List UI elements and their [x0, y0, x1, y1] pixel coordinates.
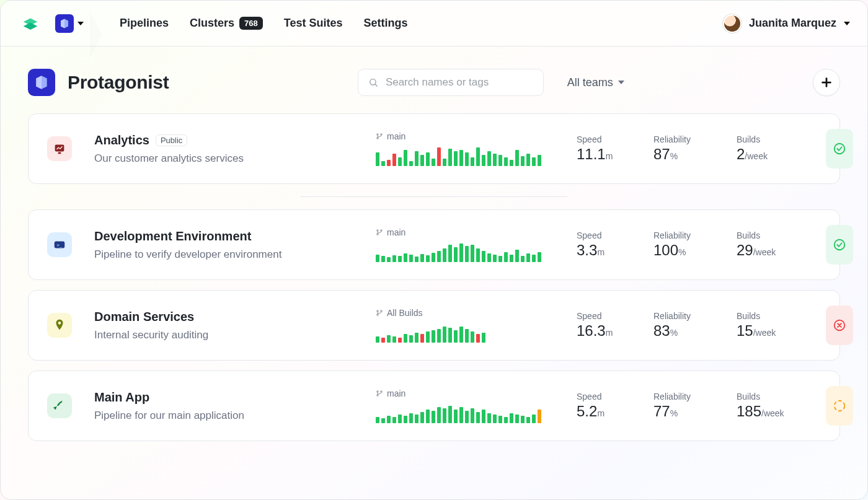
status-running-icon — [826, 386, 853, 426]
branch-icon — [376, 390, 383, 397]
top-nav: Pipelines Clusters 768 Test Suites Setti… — [1, 1, 867, 46]
chevron-down-icon — [78, 22, 84, 25]
section-divider — [301, 196, 567, 197]
pipeline-card[interactable]: AnalyticsPublicOur customer analytics se… — [28, 113, 840, 184]
svg-point-13 — [58, 322, 61, 325]
svg-point-10 — [377, 234, 379, 235]
nav-settings[interactable]: Settings — [363, 17, 407, 30]
org-logo-icon — [28, 69, 55, 96]
builds-metric: Builds29/week — [737, 230, 811, 259]
app-logo-icon[interactable] — [18, 11, 43, 36]
svg-point-21 — [381, 391, 383, 393]
chevron-down-icon — [618, 81, 624, 84]
metric-value: 185/week — [737, 403, 811, 420]
svg-point-19 — [377, 391, 379, 393]
analytics-icon — [47, 136, 72, 161]
pipeline-activity: main — [376, 388, 562, 423]
pipeline-info: Development EnvironmentPipeline to verif… — [94, 229, 361, 261]
teams-filter[interactable]: All teams — [567, 76, 624, 89]
build-sparkline — [376, 241, 562, 262]
build-sparkline — [376, 145, 562, 166]
metric-value: 11.1m — [577, 146, 639, 163]
metric-label: Speed — [577, 311, 639, 321]
teams-filter-label: All teams — [567, 76, 613, 89]
public-badge: Public — [156, 134, 187, 146]
pipelines-list: AnalyticsPublicOur customer analytics se… — [1, 113, 867, 466]
branch-label: main — [376, 131, 562, 141]
metric-value: 15/week — [737, 322, 811, 340]
add-pipeline-button[interactable] — [813, 69, 840, 96]
org-badge-icon — [55, 14, 74, 33]
pipeline-card[interactable]: Main AppPipeline for our main applicatio… — [28, 371, 840, 441]
pipeline-info: Main AppPipeline for our main applicatio… — [94, 390, 361, 422]
branch-label: main — [376, 227, 562, 237]
nav-label: Test Suites — [284, 17, 343, 30]
user-name: Juanita Marquez — [749, 17, 836, 30]
svg-point-18 — [60, 403, 61, 405]
pipeline-card[interactable]: >_Development EnvironmentPipeline to ver… — [28, 209, 840, 280]
branch-label: All Builds — [376, 308, 562, 318]
svg-point-11 — [381, 230, 383, 232]
domain-icon — [47, 313, 72, 338]
metric-value: 29/week — [737, 242, 811, 259]
metric-value: 77% — [653, 403, 722, 420]
pipeline-description: Pipeline for our main application — [94, 410, 361, 422]
nav-pipelines[interactable]: Pipelines — [120, 17, 169, 30]
speed-metric: Speed16.3m — [577, 311, 639, 340]
metric-value: 5.2m — [577, 403, 639, 420]
build-sparkline — [376, 402, 562, 423]
search-box[interactable] — [358, 69, 544, 96]
builds-metric: Builds2/week — [737, 134, 811, 163]
pipeline-activity: All Builds — [376, 308, 562, 343]
speed-metric: Speed11.1m — [577, 134, 639, 163]
pipeline-name: Development Environment — [94, 229, 251, 243]
pipeline-description: Our customer analytics services — [94, 152, 361, 165]
metric-label: Builds — [737, 134, 811, 144]
svg-point-22 — [835, 401, 845, 411]
pipeline-info: Domain ServicesInternal security auditin… — [94, 310, 361, 341]
pipeline-activity: main — [376, 227, 562, 262]
pipeline-name: Main App — [94, 390, 149, 405]
build-sparkline — [376, 322, 562, 343]
speed-metric: Speed3.3m — [577, 230, 639, 259]
branch-icon — [376, 133, 383, 140]
svg-point-16 — [381, 310, 383, 312]
pipeline-card[interactable]: Domain ServicesInternal security auditin… — [28, 290, 840, 361]
nav-label: Settings — [363, 17, 407, 30]
svg-point-14 — [377, 310, 379, 312]
page-header: Protagonist All teams — [1, 46, 867, 113]
svg-point-9 — [377, 230, 379, 232]
svg-point-20 — [377, 395, 379, 397]
branch-icon — [376, 309, 383, 317]
status-ok-icon — [826, 129, 853, 169]
chevron-down-icon — [844, 22, 850, 25]
pipeline-info: AnalyticsPublicOur customer analytics se… — [94, 133, 361, 165]
nav-test-suites[interactable]: Test Suites — [284, 17, 343, 30]
reliability-metric: Reliability83% — [653, 311, 722, 340]
svg-point-12 — [835, 240, 845, 250]
nav-label: Clusters — [190, 17, 234, 30]
reliability-metric: Reliability100% — [653, 230, 722, 259]
org-switcher[interactable] — [53, 12, 89, 35]
search-icon — [368, 77, 378, 88]
metric-label: Speed — [577, 230, 639, 240]
svg-point-15 — [377, 314, 379, 316]
pipeline-activity: main — [376, 131, 562, 166]
metric-label: Speed — [577, 392, 639, 401]
svg-text:>_: >_ — [56, 242, 62, 248]
search-input[interactable] — [384, 76, 533, 89]
metric-value: 2/week — [737, 146, 811, 163]
user-menu[interactable]: Juanita Marquez — [723, 14, 850, 33]
branch-icon — [376, 229, 383, 236]
plus-icon — [820, 76, 833, 89]
main-icon — [47, 393, 72, 418]
svg-point-4 — [377, 138, 379, 139]
metric-value: 3.3m — [577, 242, 639, 259]
metric-label: Builds — [737, 230, 811, 240]
svg-point-3 — [377, 134, 379, 136]
nav-clusters[interactable]: Clusters 768 — [190, 17, 263, 30]
builds-metric: Builds15/week — [737, 311, 811, 340]
reliability-metric: Reliability87% — [653, 134, 722, 163]
pipeline-description: Pipeline to verify developer environment — [94, 248, 361, 261]
avatar — [723, 14, 742, 33]
